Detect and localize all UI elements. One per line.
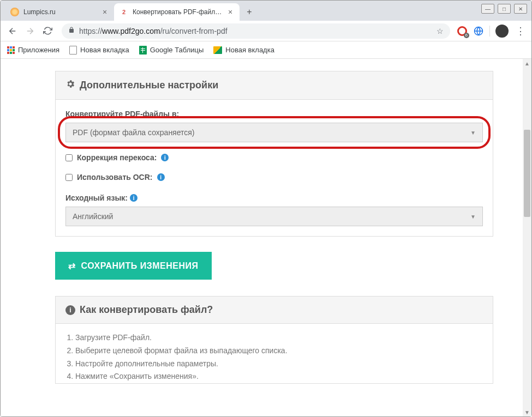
scroll-down-icon[interactable]: ▼ xyxy=(523,408,531,416)
panel-header: Дополнительные настройки xyxy=(56,71,493,100)
bookmark-label: Новая вкладка xyxy=(225,46,274,54)
address-bar[interactable]: https://www.pdf2go.com/ru/convert-from-p… xyxy=(62,23,450,39)
bookmarks-bar: Приложения Новая вкладка Google Таблицы … xyxy=(1,41,531,59)
scroll-thumb[interactable] xyxy=(524,130,530,217)
help-panel: i Как конвертировать файл? Загрузите PDF… xyxy=(55,296,493,384)
tab-active[interactable]: Конвертировать PDF-файл — К × xyxy=(114,3,240,21)
profile-avatar[interactable] xyxy=(495,25,509,38)
close-icon[interactable]: × xyxy=(226,8,234,16)
checkbox-label: Коррекция перекоса: xyxy=(77,153,157,162)
scroll-up-icon[interactable]: ▲ xyxy=(523,59,531,68)
apps-button[interactable]: Приложения xyxy=(7,46,59,54)
menu-button[interactable]: ⋮ xyxy=(514,25,527,38)
star-icon[interactable]: ☆ xyxy=(437,27,444,35)
info-icon[interactable]: i xyxy=(130,194,138,202)
ocr-checkbox[interactable] xyxy=(65,174,73,181)
select-value: PDF (формат файла сохраняется) xyxy=(73,128,195,137)
extension-opera-icon[interactable]: 6 xyxy=(457,26,468,37)
info-icon[interactable]: i xyxy=(161,154,169,161)
back-button[interactable] xyxy=(5,23,20,39)
checkbox-label: Использовать OCR: xyxy=(77,173,153,182)
convert-label: Конвертируйте PDF-файлы в: xyxy=(65,110,483,118)
sheets-icon xyxy=(139,46,147,55)
reload-button[interactable] xyxy=(40,23,55,39)
swap-icon: ⇄ xyxy=(68,261,76,271)
close-window-button[interactable]: ✕ xyxy=(514,4,527,14)
select-value: Английский xyxy=(73,212,113,221)
language-label: Исходный язык: i xyxy=(65,194,483,202)
tab-title: Конвертировать PDF-файл — К xyxy=(133,8,222,16)
button-label: СОХРАНИТЬ ИЗМЕНЕНИЯ xyxy=(81,261,199,271)
tab-title: Lumpics.ru xyxy=(23,8,97,16)
lock-icon xyxy=(68,27,75,35)
scrollbar[interactable]: ▲ ▼ xyxy=(523,59,531,416)
url-text: https://www.pdf2go.com/ru/convert-from-p… xyxy=(79,27,228,35)
help-step: Выберите целевой формат файла из выпадаю… xyxy=(75,345,483,358)
bookmark-label: Google Таблицы xyxy=(150,46,204,54)
tab-inactive[interactable]: Lumpics.ru × xyxy=(5,3,114,21)
save-changes-button[interactable]: ⇄ СОХРАНИТЬ ИЗМЕНЕНИЯ xyxy=(55,252,212,280)
help-step: Загрузите PDF-файл. xyxy=(75,331,483,345)
deskew-checkbox[interactable] xyxy=(65,154,73,161)
close-icon[interactable]: × xyxy=(101,8,109,16)
favicon-icon xyxy=(119,8,128,16)
help-steps: Загрузите PDF-файл. Выберите целевой фор… xyxy=(75,331,483,383)
language-select[interactable]: Английский ▼ xyxy=(65,207,483,226)
chevron-down-icon: ▼ xyxy=(470,130,476,136)
apps-icon xyxy=(7,46,15,54)
page-viewport: ▲ ▼ Дополнительные настройки Конвертируй… xyxy=(1,59,531,416)
info-icon[interactable]: i xyxy=(157,173,165,181)
document-icon xyxy=(69,46,77,55)
panel-title: Дополнительные настройки xyxy=(80,80,218,91)
gears-icon xyxy=(65,79,75,92)
format-select[interactable]: PDF (формат файла сохраняется) ▼ xyxy=(65,123,483,142)
toolbar: https://www.pdf2go.com/ru/convert-from-p… xyxy=(1,21,531,41)
deskew-checkbox-row[interactable]: Коррекция перекоса: i xyxy=(65,153,483,162)
bookmark-label: Новая вкладка xyxy=(80,46,129,54)
bookmark-item[interactable]: Google Таблицы xyxy=(139,46,204,55)
window-controls: — □ ✕ xyxy=(481,4,527,14)
ocr-checkbox-row[interactable]: Использовать OCR: i xyxy=(65,173,483,182)
forward-button[interactable] xyxy=(22,23,38,39)
image-icon xyxy=(213,46,222,54)
maximize-button[interactable]: □ xyxy=(498,4,511,14)
help-header: i Как конвертировать файл? xyxy=(56,297,493,324)
help-step: Настройте дополнительные параметры. xyxy=(75,358,483,371)
info-icon: i xyxy=(65,305,75,315)
help-title: Как конвертировать файл? xyxy=(80,304,213,316)
bookmark-item[interactable]: Новая вкладка xyxy=(69,46,129,55)
extension-badge: 6 xyxy=(464,33,469,38)
chevron-down-icon: ▼ xyxy=(470,214,476,220)
settings-panel: Дополнительные настройки Конвертируйте P… xyxy=(55,71,493,237)
titlebar: Lumpics.ru × Конвертировать PDF-файл — К… xyxy=(1,1,531,21)
minimize-button[interactable]: — xyxy=(481,4,494,14)
bookmark-label: Приложения xyxy=(18,46,59,54)
favicon-icon xyxy=(10,8,19,16)
bookmark-item[interactable]: Новая вкладка xyxy=(213,46,274,54)
new-tab-button[interactable]: + xyxy=(242,4,257,20)
extension-globe-icon[interactable] xyxy=(473,26,484,37)
help-step: Нажмите «Сохранить изменения». xyxy=(75,370,483,383)
